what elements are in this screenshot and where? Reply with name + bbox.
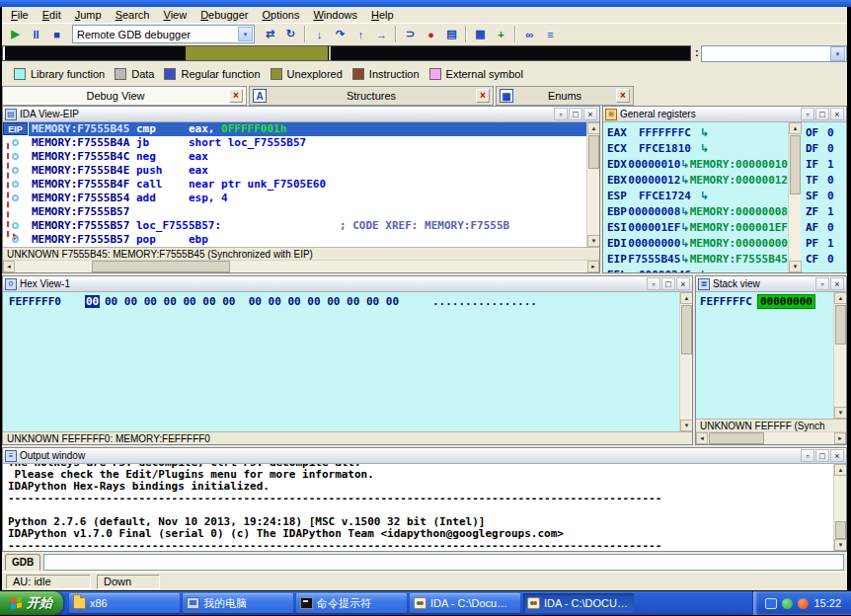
dock-button[interactable]: ▫ <box>815 277 829 290</box>
memory-link[interactable]: MEMORY:00000000 <box>690 237 788 250</box>
flag-list[interactable]: OF0DF0IF1TF0SF0ZF1AF0PF1CF0 <box>801 122 846 272</box>
scroll-thumb[interactable] <box>681 305 692 354</box>
flag-row[interactable]: OF0 <box>801 124 846 140</box>
start-button[interactable]: 开始 <box>0 591 63 615</box>
memory-link[interactable]: MEMORY:000001EF <box>690 221 788 234</box>
start-process-button[interactable]: ▶ <box>5 25 26 43</box>
scroll-thumb[interactable] <box>588 135 599 169</box>
tray-display-icon[interactable] <box>765 598 777 609</box>
close-button[interactable]: × <box>830 108 844 120</box>
chevron-down-icon[interactable]: ▼ <box>830 46 845 61</box>
disasm-margin[interactable]: EIP <box>3 122 29 247</box>
add-breakpoint-button[interactable]: ● <box>421 25 441 43</box>
close-button[interactable]: × <box>583 108 597 120</box>
register-row[interactable]: ECXFFCE1810↳ <box>603 140 788 156</box>
disasm-line[interactable]: MEMORY:F7555B4A jb short loc_F7555B57 <box>29 136 586 150</box>
tab-close-button[interactable]: × <box>229 89 243 103</box>
scroll-right-icon[interactable]: ► <box>587 261 599 272</box>
menu-item-view[interactable]: View <box>157 8 194 23</box>
memory-link[interactable]: MEMORY:00000008 <box>690 205 788 218</box>
hex-selected-byte[interactable]: 00 <box>85 295 100 308</box>
panel-titlebar[interactable]: ▤ IDA View-EIP ▫ □ × <box>3 107 599 122</box>
register-row[interactable]: EBX00000012↳MEMORY:00000012 <box>603 172 788 188</box>
register-row[interactable]: EDX00000010↳MEMORY:00000010 <box>603 156 788 172</box>
menu-item-windows[interactable]: Windows <box>306 8 364 23</box>
disasm-line[interactable]: MEMORY:F7555B4F call near ptr unk_F7505E… <box>29 178 586 192</box>
menu-item-help[interactable]: Help <box>364 8 401 23</box>
panel-titlebar[interactable]: ≡ Output window ▫ □ × <box>3 448 846 464</box>
panel-titlebar[interactable]: 0 Hex View-1 ▫ □ × <box>3 276 692 292</box>
step-into-button[interactable]: ↓ <box>309 25 330 43</box>
stack-trace-button[interactable]: ≡ <box>540 25 561 43</box>
menu-item-jump[interactable]: Jump <box>68 8 109 23</box>
scroll-thumb[interactable] <box>835 521 846 539</box>
taskbar-button[interactable]: IDA - C:\Docume... <box>410 593 520 613</box>
name-combo[interactable]: ▼ <box>701 45 847 62</box>
dock-button[interactable]: ▫ <box>647 277 660 290</box>
disasm-line[interactable]: MEMORY:F7555B57 pop ebp <box>29 233 586 247</box>
trace-window-button[interactable]: ∞ <box>519 25 540 43</box>
window-titlebar[interactable] <box>0 0 851 7</box>
panel-titlebar[interactable]: ≣ Stack view ▫ × <box>696 276 846 292</box>
register-row[interactable]: EBP00000008↳MEMORY:00000008 <box>603 203 788 219</box>
taskbar-button[interactable]: 命令提示符 <box>296 593 407 613</box>
scroll-up-icon[interactable]: ▲ <box>834 464 846 476</box>
menu-item-search[interactable]: Search <box>109 8 157 23</box>
hex-row[interactable]: FEFFFFF0 00 00 00 00 00 00 00 00 00 00 0… <box>3 292 679 431</box>
scroll-up-icon[interactable]: ▲ <box>834 292 846 304</box>
stop-process-button[interactable]: ■ <box>46 25 67 43</box>
command-input[interactable] <box>43 554 844 571</box>
menu-item-file[interactable]: File <box>4 8 36 23</box>
tab-structures[interactable]: AStructures× <box>249 86 494 106</box>
disasm-line[interactable]: MEMORY:F7555B54 add esp, 4 <box>29 192 586 205</box>
flag-row[interactable]: AF0 <box>801 219 846 235</box>
scroll-thumb[interactable] <box>92 261 230 272</box>
vertical-scrollbar[interactable]: ▲ ▼ <box>833 464 846 551</box>
flag-row[interactable]: ZF1 <box>801 203 846 219</box>
hex-bytes[interactable]: 00 00 00 00 00 00 00 00 00 00 00 00 00 0… <box>105 295 399 308</box>
horizontal-scrollbar[interactable]: ◄ ► <box>3 260 599 272</box>
scroll-down-icon[interactable]: ▼ <box>834 539 846 551</box>
panel-titlebar[interactable]: ≋ General registers ▫ □ × <box>603 107 846 122</box>
close-button[interactable]: × <box>676 277 690 290</box>
tab-enums[interactable]: ▦Enums× <box>496 86 634 106</box>
scroll-down-icon[interactable]: ▼ <box>587 235 599 247</box>
run-to-cursor-button[interactable]: → <box>371 25 392 43</box>
memory-link[interactable]: MEMORY:00000010 <box>690 158 788 171</box>
memory-link[interactable]: MEMORY:00000012 <box>690 174 788 187</box>
attach-process-button[interactable]: ⇄ <box>260 25 280 43</box>
taskbar-button[interactable]: IDA - C:\DOCUME... <box>523 593 634 613</box>
disasm-line[interactable]: MEMORY:F7555B45 cmp eax, 0FFFFF001h <box>29 122 586 136</box>
taskbar-button[interactable]: 我的电脑 <box>183 593 293 613</box>
register-row[interactable]: ESI000001EF↳MEMORY:000001EF <box>603 219 788 235</box>
register-list[interactable]: EAXFFFFFFFC↳ECXFFCE1810↳EDX00000010↳MEMO… <box>603 122 788 272</box>
scroll-right-icon[interactable]: ► <box>834 432 846 444</box>
vertical-scrollbar[interactable]: ▲ ▼ <box>586 122 599 247</box>
flag-row[interactable]: CF0 <box>801 251 846 267</box>
vertical-scrollbar[interactable]: ▲ ▼ <box>833 292 846 419</box>
flag-row[interactable]: TF0 <box>801 172 846 188</box>
debugger-windows-button[interactable]: ▦ <box>470 25 491 43</box>
memory-link[interactable]: MEMORY:F7555B45 <box>690 253 788 266</box>
tray-clock[interactable]: 15:22 <box>813 597 841 609</box>
register-row[interactable]: EFL00000246↳ <box>603 267 788 272</box>
tray-status-green-icon[interactable] <box>782 598 793 609</box>
breakpoint-list-button[interactable]: ▤ <box>441 25 462 43</box>
chevron-down-icon[interactable]: ▼ <box>238 27 253 41</box>
menu-item-edit[interactable]: Edit <box>36 8 68 23</box>
navigation-band[interactable] <box>2 45 691 61</box>
flag-row[interactable]: IF1 <box>801 156 846 172</box>
disassembly-listing[interactable]: MEMORY:F7555B45 cmp eax, 0FFFFF001hMEMOR… <box>29 122 586 247</box>
float-button[interactable]: □ <box>661 277 675 290</box>
scroll-up-icon[interactable]: ▲ <box>680 292 692 304</box>
float-button[interactable]: □ <box>815 108 829 120</box>
disasm-line[interactable]: MEMORY:F7555B57 <box>29 205 586 219</box>
register-row[interactable]: ESPFFCE1724↳ <box>603 188 788 203</box>
gdb-tab[interactable]: GDB <box>5 554 40 571</box>
tray-status-red-icon[interactable] <box>798 598 809 609</box>
dock-button[interactable]: ▫ <box>554 108 568 120</box>
scroll-thumb[interactable] <box>790 135 801 194</box>
debugger-selector[interactable]: Remote GDB debugger▼ <box>72 25 255 43</box>
menu-item-options[interactable]: Options <box>255 8 306 23</box>
disasm-line[interactable]: MEMORY:F7555B57 loc_F7555B57:; CODE XREF… <box>29 219 586 233</box>
